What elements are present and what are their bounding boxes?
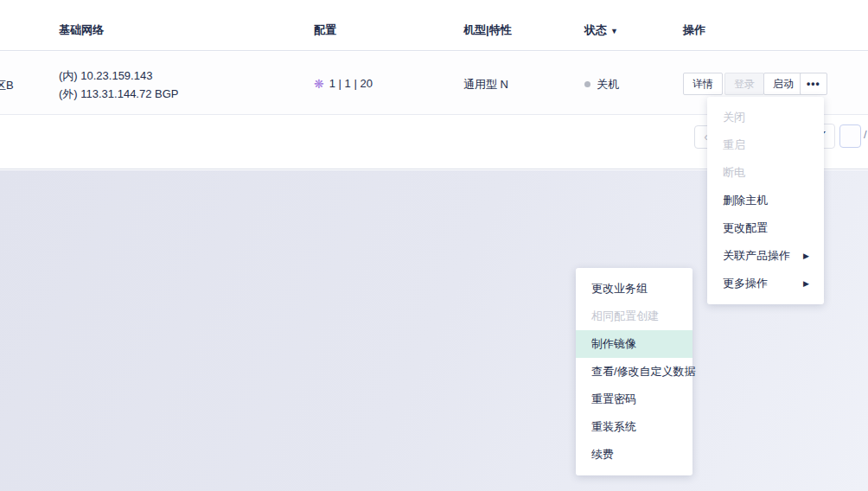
more-actions-submenu: 更改业务组 相同配置创建 制作镜像 查看/修改自定义数据 重置密码 重装系统 续…: [576, 268, 692, 475]
col-header-actions: 操作: [683, 22, 705, 38]
server-list-page: 基础网络 配置 机型|特性 状态▼ 操作 可用区B (内) 10.23.159.…: [0, 0, 868, 491]
more-actions-context-menu: 关闭 重启 断电 删除主机 更改配置 关联产品操作▶ 更多操作▶: [707, 97, 824, 304]
detail-button[interactable]: 详情: [683, 73, 723, 95]
menu-item-restart[interactable]: 重启: [707, 131, 824, 159]
menu-item-shutdown[interactable]: 关闭: [707, 104, 824, 131]
status-cell: 关机: [584, 77, 619, 92]
menu-item-related-product-actions[interactable]: 关联产品操作▶: [707, 242, 824, 270]
menu-item-label: 关联产品操作: [723, 249, 790, 262]
submenu-item-create-image[interactable]: 制作镜像: [576, 330, 692, 358]
menu-item-label: 更多操作: [723, 277, 768, 290]
col-header-network: 基础网络: [59, 22, 104, 38]
menu-item-change-config[interactable]: 更改配置: [707, 214, 824, 242]
submenu-item-create-same-config[interactable]: 相同配置创建: [576, 303, 692, 330]
submenu-item-reinstall-system[interactable]: 重装系统: [576, 413, 692, 441]
menu-item-delete-host[interactable]: 删除主机: [707, 187, 824, 214]
submenu-item-reset-password[interactable]: 重置密码: [576, 386, 692, 413]
machine-type-cell: 通用型 N: [463, 77, 508, 92]
submenu-arrow-icon: ▶: [803, 242, 809, 270]
page-jump-input[interactable]: [839, 124, 861, 148]
col-header-machine-type: 机型|特性: [463, 22, 512, 38]
col-header-config: 配置: [314, 22, 336, 38]
internal-ip: (内) 10.23.159.143: [59, 68, 152, 84]
submenu-arrow-icon: ▶: [803, 270, 809, 297]
status-dot-icon: [584, 81, 590, 87]
status-filter-icon[interactable]: ▼: [610, 27, 618, 35]
status-header-label: 状态: [584, 23, 607, 36]
table-header: 基础网络 配置 机型|特性 状态▼ 操作: [0, 0, 868, 51]
page-separator: /: [864, 128, 867, 141]
external-ip: (外) 113.31.144.72 BGP: [59, 86, 179, 102]
menu-item-more-actions[interactable]: 更多操作▶: [707, 270, 824, 297]
submenu-item-change-business-group[interactable]: 更改业务组: [576, 275, 692, 303]
submenu-item-custom-data[interactable]: 查看/修改自定义数据: [576, 358, 692, 386]
menu-item-poweroff[interactable]: 断电: [707, 159, 824, 187]
start-button[interactable]: 启动: [763, 73, 803, 95]
config-cell: ❋1 | 1 | 20: [314, 77, 373, 91]
col-header-status[interactable]: 状态▼: [584, 22, 618, 38]
submenu-item-renew[interactable]: 续费: [576, 441, 692, 469]
config-value: 1 | 1 | 20: [329, 77, 373, 90]
cpu-flower-icon: ❋: [314, 77, 324, 91]
login-button[interactable]: 登录: [724, 73, 764, 95]
more-actions-button[interactable]: •••: [800, 73, 827, 95]
status-label: 关机: [597, 78, 619, 91]
zone-cell: 可用区B: [0, 78, 14, 93]
